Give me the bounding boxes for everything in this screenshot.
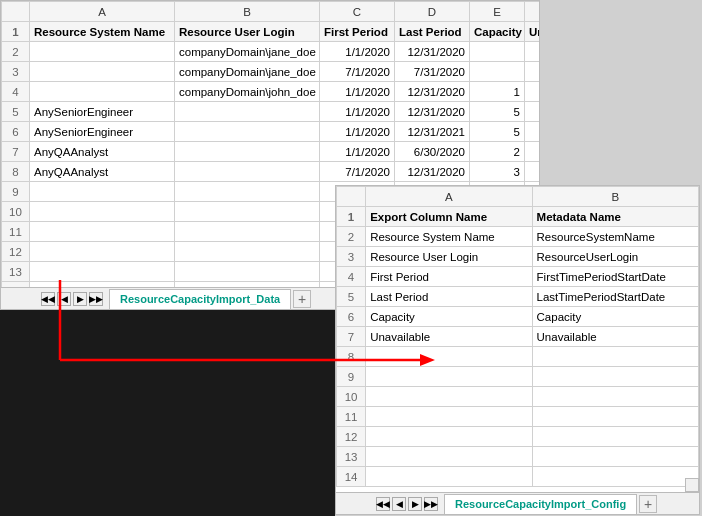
bottom-cell-r10-c1[interactable] [366, 407, 532, 427]
cell-r3-c4[interactable]: 12/31/2020 [395, 82, 470, 102]
cell-r5-c4[interactable]: 12/31/2021 [395, 122, 470, 142]
cell-r4-c4[interactable]: 12/31/2020 [395, 102, 470, 122]
cell-r7-c4[interactable]: 12/31/2020 [395, 162, 470, 182]
bottom-cell-r11-c1[interactable] [366, 427, 532, 447]
cell-r6-c4[interactable]: 6/30/2020 [395, 142, 470, 162]
cell-r7-c6[interactable] [525, 162, 540, 182]
cell-r12-c1[interactable] [30, 262, 175, 282]
tab-nav-first[interactable]: ◀◀ [41, 292, 55, 306]
bottom-cell-r8-c2[interactable] [532, 367, 698, 387]
bottom-tab-add[interactable]: + [639, 495, 657, 513]
cell-r0-c6[interactable]: Unavailable [525, 22, 540, 42]
cell-r3-c6[interactable] [525, 82, 540, 102]
cell-r3-c0[interactable]: 4 [2, 82, 30, 102]
bottom-cell-r2-c0[interactable]: 3 [337, 247, 366, 267]
bottom-cell-r6-c0[interactable]: 7 [337, 327, 366, 347]
cell-r4-c6[interactable] [525, 102, 540, 122]
cell-r3-c1[interactable] [30, 82, 175, 102]
cell-r5-c2[interactable] [175, 122, 320, 142]
bottom-tab-nav-next[interactable]: ▶ [408, 497, 422, 511]
cell-r8-c2[interactable] [175, 182, 320, 202]
cell-r3-c3[interactable]: 1/1/2020 [320, 82, 395, 102]
cell-r0-c5[interactable]: Capacity [470, 22, 525, 42]
bottom-cell-r9-c2[interactable] [532, 387, 698, 407]
bottom-tab-nav-first[interactable]: ◀◀ [376, 497, 390, 511]
cell-r5-c1[interactable]: AnySeniorEngineer [30, 122, 175, 142]
cell-r7-c1[interactable]: AnyQAAnalyst [30, 162, 175, 182]
bottom-cell-r7-c1[interactable] [366, 347, 532, 367]
cell-r10-c1[interactable] [30, 222, 175, 242]
bottom-cell-r7-c0[interactable]: 8 [337, 347, 366, 367]
cell-r0-c0[interactable]: 1 [2, 22, 30, 42]
cell-r11-c2[interactable] [175, 242, 320, 262]
tab-nav-prev[interactable]: ◀ [57, 292, 71, 306]
bottom-cell-r4-c2[interactable]: LastTimePeriodStartDate [532, 287, 698, 307]
cell-r6-c2[interactable] [175, 142, 320, 162]
bottom-cell-r1-c0[interactable]: 2 [337, 227, 366, 247]
cell-r2-c6[interactable]: 1 [525, 62, 540, 82]
bottom-cell-r11-c0[interactable]: 12 [337, 427, 366, 447]
bottom-cell-r8-c0[interactable]: 9 [337, 367, 366, 387]
cell-r4-c3[interactable]: 1/1/2020 [320, 102, 395, 122]
bottom-tab-nav-last[interactable]: ▶▶ [424, 497, 438, 511]
cell-r5-c0[interactable]: 6 [2, 122, 30, 142]
bottom-tab-nav[interactable]: ◀◀ ◀ ▶ ▶▶ [376, 497, 438, 511]
cell-r5-c5[interactable]: 5 [470, 122, 525, 142]
bottom-cell-r12-c2[interactable] [532, 447, 698, 467]
cell-r9-c0[interactable]: 10 [2, 202, 30, 222]
cell-r11-c1[interactable] [30, 242, 175, 262]
cell-r12-c0[interactable]: 13 [2, 262, 30, 282]
cell-r12-c2[interactable] [175, 262, 320, 282]
bottom-cell-r10-c2[interactable] [532, 407, 698, 427]
top-tab-data[interactable]: ResourceCapacityImport_Data [109, 289, 291, 309]
bottom-cell-r10-c0[interactable]: 11 [337, 407, 366, 427]
bottom-cell-r2-c1[interactable]: Resource User Login [366, 247, 532, 267]
bottom-cell-r13-c1[interactable] [366, 467, 532, 487]
cell-r6-c1[interactable]: AnyQAAnalyst [30, 142, 175, 162]
tab-nav-next[interactable]: ▶ [73, 292, 87, 306]
cell-r0-c2[interactable]: Resource User Login [175, 22, 320, 42]
cell-r1-c4[interactable]: 12/31/2020 [395, 42, 470, 62]
cell-r5-c6[interactable] [525, 122, 540, 142]
bottom-cell-r4-c1[interactable]: Last Period [366, 287, 532, 307]
cell-r1-c3[interactable]: 1/1/2020 [320, 42, 395, 62]
bottom-cell-r5-c2[interactable]: Capacity [532, 307, 698, 327]
bottom-tab-config[interactable]: ResourceCapacityImport_Config [444, 494, 637, 514]
cell-r7-c2[interactable] [175, 162, 320, 182]
cell-r4-c1[interactable]: AnySeniorEngineer [30, 102, 175, 122]
cell-r2-c2[interactable]: companyDomain\jane_doe [175, 62, 320, 82]
cell-r8-c0[interactable]: 9 [2, 182, 30, 202]
cell-r1-c0[interactable]: 2 [2, 42, 30, 62]
cell-r7-c5[interactable]: 3 [470, 162, 525, 182]
bottom-cell-r3-c1[interactable]: First Period [366, 267, 532, 287]
bottom-cell-r0-c1[interactable]: Export Column Name [366, 207, 532, 227]
cell-r9-c2[interactable] [175, 202, 320, 222]
cell-r5-c3[interactable]: 1/1/2020 [320, 122, 395, 142]
bottom-cell-r5-c1[interactable]: Capacity [366, 307, 532, 327]
cell-r6-c6[interactable] [525, 142, 540, 162]
cell-r6-c5[interactable]: 2 [470, 142, 525, 162]
cell-r1-c2[interactable]: companyDomain\jane_doe [175, 42, 320, 62]
bottom-cell-r9-c1[interactable] [366, 387, 532, 407]
cell-r6-c0[interactable]: 7 [2, 142, 30, 162]
bottom-cell-r4-c0[interactable]: 5 [337, 287, 366, 307]
cell-r10-c2[interactable] [175, 222, 320, 242]
cell-r8-c1[interactable] [30, 182, 175, 202]
tab-nav-last[interactable]: ▶▶ [89, 292, 103, 306]
cell-r10-c0[interactable]: 11 [2, 222, 30, 242]
bottom-cell-r0-c0[interactable]: 1 [337, 207, 366, 227]
bottom-cell-r1-c2[interactable]: ResourceSystemName [532, 227, 698, 247]
bottom-cell-r7-c2[interactable] [532, 347, 698, 367]
bottom-cell-r11-c2[interactable] [532, 427, 698, 447]
cell-r4-c2[interactable] [175, 102, 320, 122]
bottom-cell-r12-c0[interactable]: 13 [337, 447, 366, 467]
bottom-cell-r1-c1[interactable]: Resource System Name [366, 227, 532, 247]
cell-r0-c3[interactable]: First Period [320, 22, 395, 42]
bottom-cell-r6-c2[interactable]: Unavailable [532, 327, 698, 347]
bottom-cell-r5-c0[interactable]: 6 [337, 307, 366, 327]
cell-r2-c4[interactable]: 7/31/2020 [395, 62, 470, 82]
cell-r2-c3[interactable]: 7/1/2020 [320, 62, 395, 82]
bottom-cell-r13-c2[interactable] [532, 467, 698, 487]
bottom-cell-r6-c1[interactable]: Unavailable [366, 327, 532, 347]
cell-r1-c1[interactable] [30, 42, 175, 62]
